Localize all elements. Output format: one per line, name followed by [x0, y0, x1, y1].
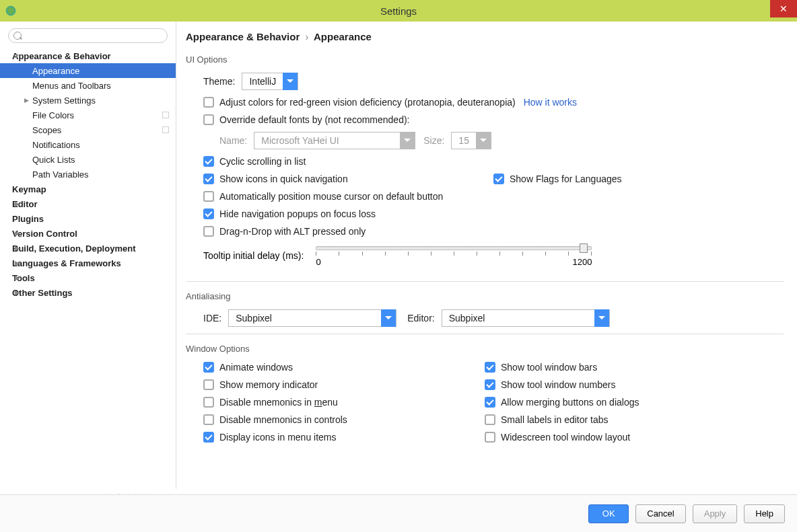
tree-item-quick-lists[interactable]: Quick Lists	[0, 152, 176, 167]
tree-item-editor[interactable]: ▶Editor	[0, 196, 176, 211]
memory-indicator-checkbox[interactable]	[203, 379, 214, 390]
tree-item-label: Version Control	[12, 229, 77, 239]
search-input[interactable]	[8, 28, 168, 43]
widescreen-checkbox[interactable]	[485, 432, 495, 443]
titlebar: Settings ✕	[0, 0, 797, 22]
toggle-icon: ▶	[23, 97, 30, 104]
section-antialiasing: Antialiasing	[186, 291, 784, 301]
tree-item-label: Appearance & Behavior	[12, 51, 111, 61]
drag-alt-checkbox[interactable]	[203, 226, 214, 237]
adjust-colors-checkbox[interactable]	[203, 97, 214, 108]
chevron-down-icon	[594, 309, 609, 327]
scope-icon	[162, 126, 169, 133]
tree-item-label: Other Settings	[12, 288, 73, 298]
toggle-icon: ▼	[13, 52, 20, 59]
tree-item-label: Plugins	[12, 214, 44, 224]
toggle-icon: ▶	[13, 289, 20, 296]
tree-item-label: Keymap	[12, 184, 46, 194]
tree-item-plugins[interactable]: Plugins	[0, 211, 176, 226]
tree-item-system-settings[interactable]: ▶System Settings	[0, 93, 176, 108]
tree-item-other-settings[interactable]: ▶Other Settings	[0, 285, 176, 300]
show-tool-bars-checkbox[interactable]	[485, 362, 495, 373]
close-button[interactable]: ✕	[770, 0, 797, 17]
breadcrumb-part: Appearance & Behavior	[186, 31, 300, 42]
tree-item-label: Scopes	[32, 125, 61, 135]
widescreen-label: Widescreen tool window layout	[501, 432, 630, 443]
toggle-icon: ▶	[13, 260, 20, 266]
cancel-button[interactable]: Cancel	[635, 504, 685, 523]
tree-item-label: Build, Execution, Deployment	[12, 243, 135, 254]
theme-label: Theme:	[203, 76, 235, 87]
dialog-footer: OK Cancel Apply Help	[0, 494, 797, 532]
content-panel: Appearance & Behavior › Appearance UI Op…	[176, 22, 797, 489]
tree-item-appearance-behavior[interactable]: ▼Appearance & Behavior	[0, 48, 176, 63]
tree-item-label: System Settings	[32, 96, 96, 106]
help-button[interactable]: Help	[744, 504, 785, 523]
show-icons-label: Show icons in quick navigation	[219, 174, 348, 184]
breadcrumb-part: Appearance	[314, 31, 372, 42]
toggle-icon: ▶	[13, 274, 20, 281]
adjust-colors-label: Adjust colors for red-green vision defic…	[219, 97, 516, 108]
tree-item-tools[interactable]: ▶Tools	[0, 270, 176, 285]
font-size-label: Size:	[423, 135, 444, 146]
font-name-dropdown: Microsoft YaHei UI	[254, 132, 415, 149]
tree-item-label: Menus and Toolbars	[32, 81, 111, 91]
tree-item-languages-frameworks[interactable]: ▶Languages & Frameworks	[0, 256, 176, 270]
merge-dialogs-checkbox[interactable]	[485, 397, 495, 408]
tree-item-label: Notifications	[32, 140, 80, 150]
tree-item-notifications[interactable]: Notifications	[0, 137, 176, 152]
drag-alt-label: Drag-n-Drop with ALT pressed only	[219, 226, 366, 237]
tree-item-path-variables[interactable]: Path Variables	[0, 167, 176, 182]
show-tool-numbers-label: Show tool window numbers	[501, 379, 615, 390]
toggle-icon: ▶	[13, 200, 20, 207]
toggle-icon: ▶	[13, 230, 20, 237]
display-icons-label: Display icons in menu items	[219, 432, 337, 443]
memory-indicator-label: Show memory indicator	[219, 379, 318, 390]
tree-item-label: Appearance	[32, 66, 79, 76]
small-labels-checkbox[interactable]	[485, 414, 495, 425]
tree-item-label: Path Variables	[32, 169, 89, 180]
settings-tree: ▼Appearance & BehaviorAppearanceMenus an…	[0, 48, 176, 300]
aa-editor-dropdown[interactable]: Subpixel	[442, 309, 610, 327]
chevron-down-icon	[476, 132, 491, 149]
how-it-works-link[interactable]: How it works	[524, 97, 577, 108]
cyclic-scroll-label: Cyclic scrolling in list	[219, 156, 306, 167]
tree-item-label: File Colors	[32, 110, 74, 120]
chevron-down-icon	[400, 132, 415, 149]
disable-mnemonics-controls-checkbox[interactable]	[203, 414, 214, 425]
cyclic-scroll-checkbox[interactable]	[203, 156, 214, 167]
app-icon	[5, 5, 16, 16]
auto-cursor-checkbox[interactable]	[203, 191, 214, 202]
override-fonts-label: Override default fonts by (not recommend…	[219, 114, 409, 125]
show-icons-checkbox[interactable]	[203, 174, 214, 184]
breadcrumb: Appearance & Behavior › Appearance	[186, 31, 784, 42]
tree-item-keymap[interactable]: Keymap	[0, 182, 176, 196]
tree-item-label: Quick Lists	[32, 155, 75, 165]
window-title: Settings	[380, 5, 417, 17]
show-flags-checkbox[interactable]	[493, 174, 504, 184]
chevron-down-icon	[381, 309, 396, 327]
display-icons-checkbox[interactable]	[203, 432, 214, 443]
show-tool-bars-label: Show tool window bars	[501, 362, 597, 373]
animate-windows-checkbox[interactable]	[203, 362, 214, 373]
font-size-dropdown: 15	[451, 132, 491, 149]
tree-item-menus-and-toolbars[interactable]: Menus and Toolbars	[0, 78, 176, 93]
tree-item-scopes[interactable]: Scopes	[0, 122, 176, 137]
ok-button[interactable]: OK	[588, 504, 629, 523]
show-flags-label: Show Flags for Languages	[510, 174, 622, 184]
apply-button[interactable]: Apply	[693, 504, 738, 523]
sidebar: ▼Appearance & BehaviorAppearanceMenus an…	[0, 22, 176, 489]
tree-item-file-colors[interactable]: File Colors	[0, 108, 176, 122]
override-fonts-checkbox[interactable]	[203, 114, 214, 125]
hide-popups-checkbox[interactable]	[203, 208, 214, 219]
tooltip-delay-slider[interactable]: 01200	[316, 243, 592, 268]
scope-icon	[162, 112, 169, 118]
show-tool-numbers-checkbox[interactable]	[485, 379, 495, 390]
disable-mnemonics-menu-checkbox[interactable]	[203, 397, 214, 408]
tree-item-version-control[interactable]: ▶Version Control	[0, 226, 176, 241]
aa-ide-dropdown[interactable]: Subpixel	[228, 309, 396, 327]
aa-ide-label: IDE:	[203, 313, 221, 324]
tree-item-appearance[interactable]: Appearance	[0, 63, 176, 78]
theme-dropdown[interactable]: IntelliJ	[242, 73, 298, 90]
tree-item-build-execution-deployment[interactable]: ▶Build, Execution, Deployment	[0, 241, 176, 256]
